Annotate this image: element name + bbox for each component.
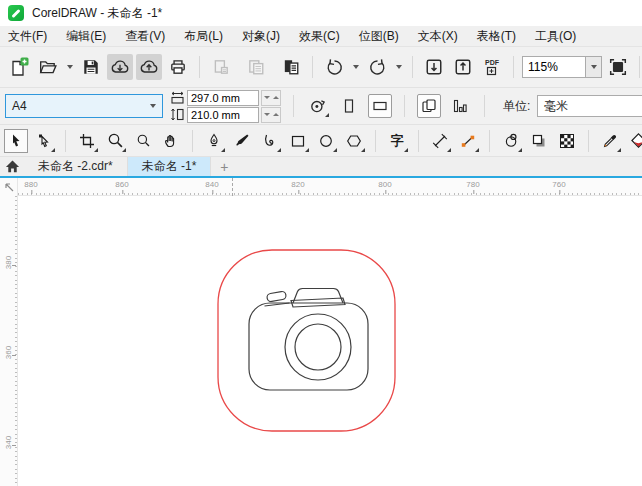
- copy-button: [243, 54, 269, 80]
- page-height-spinner[interactable]: [261, 107, 281, 123]
- title-bar: CorelDRAW - 未命名 -1*: [0, 0, 642, 26]
- dimension-tool[interactable]: [428, 129, 452, 153]
- zoom-in-tool[interactable]: [103, 129, 127, 153]
- save-button[interactable]: [78, 54, 104, 80]
- connector-tool[interactable]: [456, 129, 480, 153]
- paper-size-combobox[interactable]: A4: [5, 94, 163, 118]
- paste-button[interactable]: [278, 54, 304, 80]
- pan-tool[interactable]: [159, 129, 183, 153]
- new-tab-button[interactable]: +: [211, 157, 237, 176]
- crop-tool[interactable]: [75, 129, 99, 153]
- document-tab-label: 未命名 -2.cdr*: [38, 158, 113, 175]
- brush-tool[interactable]: [230, 129, 254, 153]
- pen-tool[interactable]: [202, 129, 226, 153]
- menu-layout[interactable]: 布局(L): [184, 28, 223, 45]
- horizontal-ruler[interactable]: 880 860 840 820 800 780 760: [18, 178, 642, 196]
- print-button[interactable]: [165, 54, 191, 80]
- shape-tool-icon: [36, 133, 52, 149]
- camera-lens-inner-circle[interactable]: [295, 324, 341, 370]
- shape-tool[interactable]: [32, 129, 56, 153]
- page-options-button[interactable]: [306, 94, 330, 118]
- text-tool[interactable]: 字: [385, 129, 409, 153]
- page-width-spinner[interactable]: [261, 90, 281, 106]
- polygon-tool[interactable]: [342, 129, 366, 153]
- cloud-upload-button[interactable]: [136, 54, 162, 80]
- document-tab-1[interactable]: 未命名 -2.cdr*: [24, 157, 128, 176]
- toolbar-separator: [199, 56, 200, 78]
- zoom-out-icon: [136, 133, 151, 148]
- camera-drawing[interactable]: [249, 289, 368, 391]
- menu-view[interactable]: 查看(V): [125, 28, 165, 45]
- eyedropper-icon: [602, 133, 618, 149]
- pick-tool[interactable]: [4, 129, 28, 153]
- menu-file[interactable]: 文件(F): [8, 28, 47, 45]
- transparency-tool[interactable]: [555, 129, 579, 153]
- chevron-down-icon: [150, 104, 156, 108]
- interactive-fill-tool[interactable]: [626, 129, 642, 153]
- cloud-download-button[interactable]: [107, 54, 133, 80]
- hruler-label: 820: [291, 180, 304, 189]
- ruler-origin-corner[interactable]: [0, 178, 18, 196]
- export-button[interactable]: [450, 54, 476, 80]
- portrait-button[interactable]: [337, 94, 361, 118]
- undo-button[interactable]: [321, 54, 347, 80]
- bspline-tool[interactable]: [258, 129, 282, 153]
- drop-shadow-tool[interactable]: [527, 129, 551, 153]
- fill-diamond-icon: [630, 132, 642, 149]
- document-tab-label: 未命名 -1*: [142, 158, 197, 175]
- contour-circles-icon: [503, 132, 520, 149]
- menu-bitmaps[interactable]: 位图(B): [359, 28, 399, 45]
- publish-pdf-button[interactable]: PDF: [479, 54, 505, 80]
- open-document-button[interactable]: [35, 54, 61, 80]
- page-width-field[interactable]: [187, 90, 259, 106]
- drawing-canvas[interactable]: [18, 196, 642, 486]
- contour-tool[interactable]: [499, 129, 523, 153]
- page-options-icon: [309, 97, 327, 115]
- redo-dropdown-caret[interactable]: [393, 54, 404, 80]
- duplicate-icon: [212, 58, 230, 76]
- menu-tools[interactable]: 工具(O): [535, 28, 576, 45]
- toolbar-separator: [412, 56, 413, 78]
- bspline-curve-icon: [262, 133, 278, 149]
- transparency-checkerboard-icon: [559, 133, 575, 149]
- toolbox-separator: [489, 130, 490, 152]
- property-bar: A4: [0, 88, 642, 125]
- welcome-screen-button[interactable]: [0, 157, 24, 176]
- import-icon: [425, 58, 443, 76]
- toolbar-separator: [639, 56, 640, 78]
- zoom-dropdown-caret[interactable]: [586, 56, 602, 78]
- menu-text[interactable]: 文本(X): [418, 28, 458, 45]
- ellipse-tool[interactable]: [314, 129, 338, 153]
- import-button[interactable]: [421, 54, 447, 80]
- camera-body-shape[interactable]: [249, 303, 368, 390]
- open-dropdown-caret[interactable]: [64, 54, 75, 80]
- menu-object[interactable]: 对象(J): [242, 28, 280, 45]
- zoom-out-tool[interactable]: [131, 129, 155, 153]
- rectangle-tool[interactable]: [286, 129, 310, 153]
- units-combobox[interactable]: 毫米: [537, 95, 642, 117]
- all-pages-button[interactable]: [417, 94, 441, 118]
- undo-dropdown-caret[interactable]: [350, 54, 361, 80]
- menu-table[interactable]: 表格(T): [477, 28, 516, 45]
- menu-edit[interactable]: 编辑(E): [66, 28, 106, 45]
- redo-button[interactable]: [364, 54, 390, 80]
- eyedropper-tool[interactable]: [598, 129, 622, 153]
- camera-viewfinder-shape[interactable]: [293, 289, 343, 304]
- current-page-button[interactable]: [448, 94, 472, 118]
- menu-effects[interactable]: 效果(C): [299, 28, 340, 45]
- new-document-button[interactable]: [6, 54, 32, 80]
- camera-flash-shape[interactable]: [266, 291, 286, 302]
- document-tab-2-active[interactable]: 未命名 -1*: [128, 157, 212, 176]
- coreldraw-window: { "window": { "title": "CorelDRAW - 未命名 …: [0, 0, 642, 486]
- vertical-ruler[interactable]: 380 360 340: [0, 196, 18, 486]
- vruler-label: 380: [4, 256, 13, 270]
- page-height-field[interactable]: [187, 107, 259, 123]
- fullscreen-icon: [609, 58, 627, 76]
- pen-nib-icon: [206, 133, 222, 149]
- zoom-level-input[interactable]: [528, 57, 580, 77]
- save-icon: [82, 58, 100, 76]
- landscape-button[interactable]: [368, 94, 392, 118]
- toolbox-separator: [192, 130, 193, 152]
- duplicate-button: [208, 54, 234, 80]
- fullscreen-preview-button[interactable]: [605, 54, 631, 80]
